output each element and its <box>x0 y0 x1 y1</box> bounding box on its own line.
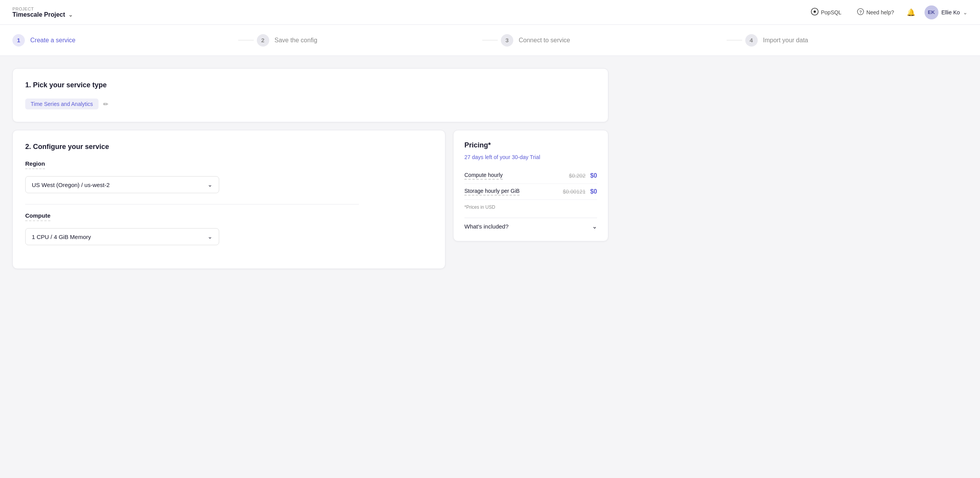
project-info: PROJECT Timescale Project ⌄ <box>12 7 73 18</box>
svg-point-1 <box>814 10 816 13</box>
storage-pricing-row: Storage hourly per GiB $0.00121 $0 <box>464 184 597 200</box>
service-type-row: Time Series and Analytics ✏ <box>25 99 596 109</box>
header-actions: PopSQL ? Need help? 🔔 EK Ellie Ko ⌄ <box>808 5 968 19</box>
step-1-label: Create a service <box>30 37 76 44</box>
compute-price-new: $0 <box>590 172 597 179</box>
two-col-layout: 2. Configure your service Region US West… <box>12 130 608 269</box>
pricing-card: Pricing* 27 days left of your 30-day Tri… <box>453 130 608 241</box>
svg-text:?: ? <box>859 10 862 14</box>
step-4-number: 4 <box>745 34 758 47</box>
whats-included-section[interactable]: What's included? ⌄ <box>464 218 597 230</box>
main-content: 1. Pick your service type Time Series an… <box>0 56 621 281</box>
whats-included-chevron-icon: ⌄ <box>592 223 597 230</box>
user-menu-chevron-icon: ⌄ <box>963 9 968 16</box>
step-3[interactable]: 3 Connect to service <box>501 34 724 47</box>
configure-card: 2. Configure your service Region US West… <box>12 130 445 269</box>
step-3-number: 3 <box>501 34 513 47</box>
storage-pricing-label: Storage hourly per GiB <box>464 188 519 196</box>
compute-pricing-label: Compute hourly <box>464 172 503 180</box>
compute-label: Compute <box>25 212 50 221</box>
service-type-badge: Time Series and Analytics <box>25 99 99 109</box>
popsql-button[interactable]: PopSQL <box>808 6 845 18</box>
step-2[interactable]: 2 Save the config <box>257 34 480 47</box>
compute-price-original: $0.202 <box>569 173 585 179</box>
region-value: US West (Oregon) / us-west-2 <box>32 182 110 188</box>
storage-price-original: $0.00121 <box>563 189 585 195</box>
edit-icon[interactable]: ✏ <box>103 100 108 108</box>
step-4-label: Import your data <box>763 37 809 44</box>
pick-service-card: 1. Pick your service type Time Series an… <box>12 68 608 122</box>
compute-pricing-row: Compute hourly $0.202 $0 <box>464 168 597 184</box>
compute-pricing-values: $0.202 $0 <box>569 172 597 179</box>
region-chevron-icon: ⌄ <box>208 181 213 188</box>
prices-note: *Prices in USD <box>464 204 597 210</box>
step-4[interactable]: 4 Import your data <box>745 34 968 47</box>
popsql-label: PopSQL <box>821 9 841 16</box>
whats-included-label: What's included? <box>464 223 509 230</box>
help-button[interactable]: ? Need help? <box>854 7 897 18</box>
pricing-title: Pricing* <box>464 141 597 149</box>
step-2-label: Save the config <box>275 37 317 44</box>
step-divider-2 <box>482 40 498 40</box>
step-3-label: Connect to service <box>519 37 570 44</box>
field-divider <box>25 204 359 204</box>
storage-pricing-values: $0.00121 $0 <box>563 188 597 195</box>
compute-value: 1 CPU / 4 GiB Memory <box>32 234 91 240</box>
project-chevron-icon: ⌄ <box>68 12 73 18</box>
compute-dropdown[interactable]: 1 CPU / 4 GiB Memory ⌄ <box>25 228 219 245</box>
step-1-number: 1 <box>12 34 25 47</box>
stepper: 1 Create a service 2 Save the config 3 C… <box>0 25 980 56</box>
storage-price-new: $0 <box>590 188 597 195</box>
user-name: Ellie Ko <box>942 9 960 16</box>
compute-field-group: Compute 1 CPU / 4 GiB Memory ⌄ <box>25 212 433 245</box>
project-name-text: Timescale Project <box>12 11 65 18</box>
step-divider-3 <box>727 40 742 40</box>
compute-chevron-icon: ⌄ <box>208 233 213 240</box>
header: PROJECT Timescale Project ⌄ PopSQL ? N <box>0 0 980 25</box>
region-field-group: Region US West (Oregon) / us-west-2 ⌄ <box>25 160 433 193</box>
user-menu[interactable]: EK Ellie Ko ⌄ <box>925 5 968 19</box>
step-divider-1 <box>238 40 254 40</box>
avatar: EK <box>925 5 938 19</box>
help-label: Need help? <box>866 9 894 16</box>
region-dropdown[interactable]: US West (Oregon) / us-west-2 ⌄ <box>25 176 219 193</box>
project-selector[interactable]: Timescale Project ⌄ <box>12 11 73 18</box>
popsql-icon <box>811 8 819 17</box>
step-1[interactable]: 1 Create a service <box>12 34 235 47</box>
configure-title: 2. Configure your service <box>25 143 433 151</box>
region-label: Region <box>25 160 45 169</box>
notification-bell-icon[interactable]: 🔔 <box>907 8 915 17</box>
project-label: PROJECT <box>12 7 73 11</box>
pick-service-title: 1. Pick your service type <box>25 81 596 89</box>
help-icon: ? <box>857 8 864 16</box>
step-2-number: 2 <box>257 34 269 47</box>
trial-text: 27 days left of your 30-day Trial <box>464 154 597 160</box>
